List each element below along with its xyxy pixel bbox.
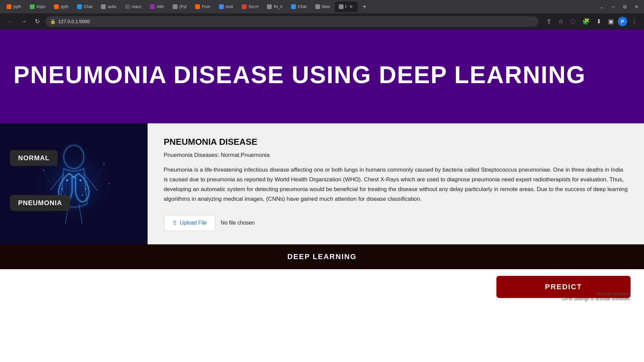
footer-text: DEEP LEARNING <box>8 252 636 261</box>
tab-favicon <box>195 4 200 9</box>
tab-pyth-2[interactable]: pyth <box>50 1 72 12</box>
sidebar-icon[interactable]: ▣ <box>605 16 616 26</box>
url-text: 127.0.0.1:5000 <box>58 19 90 24</box>
tab-favicon <box>219 4 224 9</box>
activate-line-2: Go to Settings to activate Windows. <box>562 296 631 301</box>
tab-label: Attri <box>157 4 164 9</box>
tab-label: autis <box>108 4 116 9</box>
close-window-icon[interactable]: ✕ <box>632 3 641 11</box>
disease-title: PNEUMONIA DISEASE <box>164 137 628 147</box>
tab-autis[interactable]: autis <box>97 1 120 12</box>
tab-favicon <box>173 4 177 9</box>
activate-windows-notice: Activate Windows Go to Settings to activ… <box>562 291 631 301</box>
window-controls: ⌄ ─ ⧉ ✕ <box>597 3 641 11</box>
page-title: PNEUMONIA DISEASE USING DEEP LEARNING <box>13 61 586 88</box>
tab-label: Fron <box>202 4 210 9</box>
page-content: PNEUMONIA DISEASE USING DEEP LEARNING NO… <box>0 29 644 305</box>
no-file-text: No file chosen <box>221 220 255 226</box>
tab-fin[interactable]: fin_ir <box>263 1 286 12</box>
predict-section: PREDICT Activate Windows Go to Settings … <box>0 269 644 305</box>
tab-fron[interactable]: Fron <box>191 1 214 12</box>
url-bar[interactable]: 🔒 127.0.0.1:5000 <box>45 16 538 27</box>
tab-label: New <box>322 4 330 9</box>
tab-label: muli <box>226 4 233 9</box>
upload-icon: ⇧ <box>172 219 177 227</box>
activate-line-1: Activate Windows <box>562 291 631 296</box>
minimize-icon[interactable]: ─ <box>609 3 618 11</box>
tab-favicon <box>30 4 35 9</box>
right-panel: PNEUMONIA DISEASE Pnuemonia Diseases: No… <box>148 123 644 244</box>
tab-favicon <box>101 4 106 9</box>
tab-favicon <box>315 4 320 9</box>
main-section: NORMAL <box>0 123 644 244</box>
upload-button-label: Upload File <box>180 220 207 226</box>
upload-button[interactable]: ⇧ Upload File <box>164 215 215 231</box>
lung-visualization <box>27 137 121 231</box>
tab-muli[interactable]: muli <box>215 1 237 12</box>
extensions-icon[interactable]: 🧩 <box>580 16 592 26</box>
tab-favicon <box>77 4 82 9</box>
tab-label: fin_ir <box>274 4 282 9</box>
tab-controls: + <box>361 2 368 12</box>
tab-pyt[interactable]: (Pyt <box>169 1 191 12</box>
tab-favicon <box>242 4 247 9</box>
hero-header: PNEUMONIA DISEASE USING DEEP LEARNING <box>0 29 644 123</box>
disease-description: Pneumonia is a life-threatening infectio… <box>164 165 628 204</box>
svg-point-23 <box>108 183 110 184</box>
back-button[interactable]: ← <box>4 17 15 26</box>
left-panel: NORMAL <box>0 123 148 244</box>
tab-label: pyth <box>61 4 68 9</box>
svg-point-0 <box>34 143 114 224</box>
forward-button[interactable]: → <box>18 17 30 26</box>
upload-row: ⇧ Upload File No file chosen <box>164 215 628 231</box>
lung-svg <box>27 137 121 231</box>
menu-icon[interactable]: ⋮ <box>629 16 640 26</box>
new-tab-icon[interactable]: + <box>361 2 368 12</box>
tab-label: I <box>345 4 346 9</box>
tab-list-icon[interactable]: ⌄ <box>597 3 606 11</box>
lock-icon: 🔒 <box>50 19 56 24</box>
profile-button[interactable]: P <box>618 17 627 26</box>
tab-label: Impo <box>37 4 46 9</box>
tab-favicon <box>150 4 155 9</box>
tab-label: pyth <box>13 4 21 9</box>
tab-bar: pyth Impo pyth Chat autis macc Attri (P <box>0 0 644 13</box>
disease-subtitle: Pnuemonia Diseases: Normal,Pnuemonia <box>164 152 628 159</box>
tab-favicon <box>267 4 272 9</box>
color-icon[interactable]: ⬡ <box>568 16 578 26</box>
tab-active[interactable]: I ✕ <box>335 1 358 12</box>
tab-attri[interactable]: Attri <box>146 1 168 12</box>
tab-chat-1[interactable]: Chat <box>73 1 96 12</box>
tab-impo[interactable]: Impo <box>26 1 50 12</box>
tab-macc[interactable]: macc <box>121 1 146 12</box>
tab-chat-2[interactable]: Chat <box>287 1 310 12</box>
tab-favicon <box>54 4 59 9</box>
bookmark-icon[interactable]: ☆ <box>555 16 566 26</box>
tab-favicon <box>291 4 296 9</box>
toolbar-icons: ⇧ ☆ ⬡ 🧩 ⬇ ▣ P ⋮ <box>544 16 640 26</box>
tab-label: (Pyt <box>179 4 186 9</box>
tab-favicon <box>125 4 130 9</box>
footer-bar: DEEP LEARNING <box>0 244 644 269</box>
address-bar: ← → ↻ 🔒 127.0.0.1:5000 ⇧ ☆ ⬡ 🧩 ⬇ ▣ P ⋮ <box>0 13 644 29</box>
reload-button[interactable]: ↻ <box>32 16 43 26</box>
restore-icon[interactable]: ⧉ <box>621 3 629 11</box>
share-icon[interactable]: ⇧ <box>544 16 554 26</box>
tab-label: macc <box>132 4 142 9</box>
tab-label: Sci-H <box>249 4 258 9</box>
tab-label: Chat <box>84 4 92 9</box>
tab-label: Chat <box>298 4 306 9</box>
tab-favicon <box>7 4 11 9</box>
tab-new[interactable]: New <box>311 1 334 12</box>
tab-sci[interactable]: Sci-H <box>238 1 262 12</box>
pneumonia-label: PNEUMONIA <box>10 195 70 211</box>
tab-favicon <box>339 4 343 9</box>
tab-pyth-1[interactable]: pyth <box>3 1 25 12</box>
download-icon[interactable]: ⬇ <box>594 16 604 26</box>
close-tab-icon[interactable]: ✕ <box>348 3 354 10</box>
browser-chrome: pyth Impo pyth Chat autis macc Attri (P <box>0 0 644 29</box>
